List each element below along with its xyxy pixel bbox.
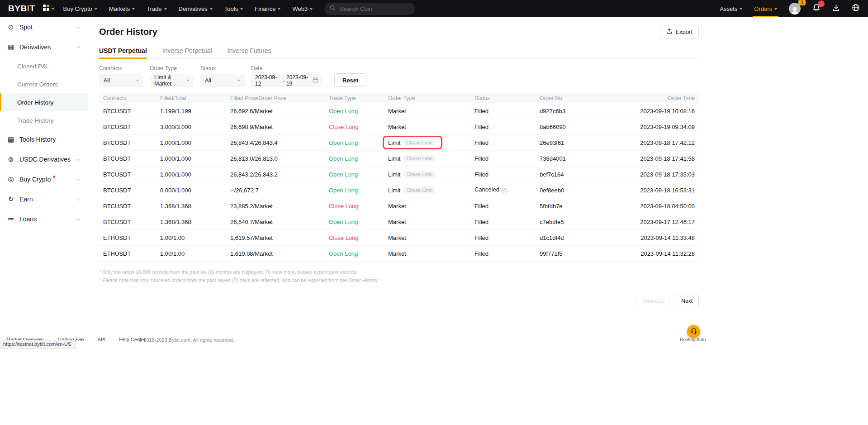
- table-row[interactable]: BTCUSDT 3.000/3.000 26,698.9/Market Clos…: [99, 119, 699, 135]
- table-footnotes: * Only the latest 10,000 records from th…: [99, 269, 712, 283]
- chevron-down-icon: [52, 8, 54, 10]
- coin-search[interactable]: [324, 3, 415, 15]
- tab[interactable]: Inverse Futures: [228, 47, 271, 58]
- footer-link[interactable]: API: [97, 337, 105, 342]
- sidebar-item[interactable]: ↻ Earn: [0, 189, 88, 209]
- nav-menu-item[interactable]: Markets: [109, 5, 135, 12]
- order-no-cell: 99f771f5: [536, 250, 631, 257]
- canceled-info-icon[interactable]: ?: [502, 188, 508, 194]
- search-input[interactable]: [339, 5, 409, 13]
- nav-menu-item[interactable]: Tools: [224, 5, 243, 12]
- order-time-cell: 2023-09-14 11:33:48: [631, 234, 699, 241]
- order-time-cell: 2023-09-18 17:41:58: [631, 155, 699, 162]
- status-cell: Filled?: [470, 124, 536, 130]
- order-type-highlight-box: Limit Chase Limit: [388, 171, 436, 178]
- date-from: 2023-09-12: [255, 74, 281, 87]
- order-no-cell: 5fbfdb7e: [536, 203, 631, 210]
- table-row[interactable]: BTCUSDT 1.368/1.368 23,885.2/Market Clos…: [99, 198, 699, 214]
- sidebar-item-label: Buy Crypto: [19, 176, 51, 183]
- orders-menu[interactable]: Orders: [754, 0, 777, 17]
- sidebar-item[interactable]: ⊙ Spot: [0, 17, 88, 37]
- table-header-cell: Contracts: [99, 95, 156, 101]
- sidebar-item[interactable]: Current Orders: [0, 75, 88, 93]
- order-type-highlight-box: Market: [388, 124, 406, 130]
- assets-menu[interactable]: Assets: [720, 5, 742, 12]
- previous-page-button[interactable]: Previous: [636, 295, 670, 307]
- date-range-picker[interactable]: 2023-09-12 → 2023-09-19: [251, 74, 323, 87]
- order-time-cell: 2023-09-19 10:08:16: [631, 108, 699, 115]
- table-row[interactable]: BTCUSDT 1.000/1.000 26,843.4/26,843.4 Op…: [99, 135, 699, 151]
- nav-menu-item[interactable]: Trade: [147, 5, 166, 12]
- status-cell: Filled?: [470, 155, 536, 162]
- language-button[interactable]: [852, 4, 860, 14]
- table-row[interactable]: ETHUSDT 1.00/1.00 1,619.57/Market Close …: [99, 230, 699, 246]
- nav-menu-item[interactable]: Buy Crypto: [63, 5, 97, 12]
- table-header-cell: Order No.: [536, 95, 631, 101]
- table-header-cell: Filled Price/Order Price: [226, 95, 325, 101]
- table-row[interactable]: ETHUSDT 1.00/1.00 1,619.08/Market Open L…: [99, 246, 699, 262]
- account-avatar[interactable]: 1: [789, 3, 801, 14]
- sidebar-item[interactable]: Order History: [0, 93, 88, 111]
- sidebar-item[interactable]: ⊚ USDC Derivatives: [0, 149, 88, 169]
- order-type-select[interactable]: Limit & Market: [150, 74, 194, 87]
- status-cell: Canceled?: [470, 186, 536, 194]
- order-no-cell: 0ef8eeb0: [536, 187, 631, 194]
- contract-cell: BTCUSDT: [99, 171, 156, 178]
- contract-cell: BTCUSDT: [99, 155, 156, 162]
- order-type-cell: Market: [384, 250, 470, 257]
- trade-type-cell: Open Long: [325, 187, 384, 194]
- table-row[interactable]: BTCUSDT 1.000/1.000 26,843.2/26,843.2 Op…: [99, 167, 699, 182]
- reset-button[interactable]: Reset: [334, 73, 366, 87]
- order-type-cell: Limit Chase Limit: [384, 186, 470, 194]
- chevron-icon: [76, 196, 80, 200]
- nav-menu-item[interactable]: Derivatives: [179, 5, 213, 12]
- chase-limit-badge: Chase Limit: [403, 171, 435, 178]
- table-row[interactable]: BTCUSDT 1.199/1.199 26,692.6/Market Open…: [99, 103, 699, 119]
- status-cell: Filled?: [470, 203, 536, 210]
- footer-link[interactable]: Help Center: [119, 337, 146, 342]
- status-cell: Filled?: [470, 171, 536, 178]
- globe-icon: [852, 4, 860, 14]
- table-row[interactable]: BTCUSDT 0.000/1.000 --/26,672.7 Open Lon…: [99, 182, 699, 198]
- apps-grid-button[interactable]: [43, 4, 54, 13]
- notifications-button[interactable]: …: [812, 4, 821, 14]
- order-no-cell: 736d4001: [536, 155, 631, 162]
- tab[interactable]: USDT Perpetual: [99, 47, 147, 58]
- sidebar-item[interactable]: ≔ Loans: [0, 209, 88, 229]
- chevron-icon: [76, 177, 80, 180]
- bybit-logo[interactable]: BYBIT: [8, 4, 35, 14]
- status-select[interactable]: All: [200, 74, 245, 87]
- nav-menu-item[interactable]: Finance: [255, 5, 280, 12]
- order-time-cell: 2023-09-18 17:42:12: [631, 139, 699, 146]
- next-page-button[interactable]: Next: [675, 295, 699, 307]
- support-chat-button[interactable]: [687, 325, 700, 338]
- sidebar-item-icon: ⊚: [7, 155, 15, 163]
- order-no-cell: 8ab66090: [536, 124, 631, 130]
- footnote: * Only the latest 10,000 records from th…: [99, 269, 712, 275]
- contracts-select[interactable]: All: [99, 74, 143, 87]
- sidebar-item[interactable]: ◎ Buy Crypto: [0, 169, 88, 189]
- chevron-down-icon: [187, 80, 190, 81]
- search-icon: [330, 5, 336, 13]
- download-app-button[interactable]: [832, 4, 840, 14]
- price-cell: 26,843.2/26,843.2: [226, 171, 325, 178]
- nav-menu-item[interactable]: Web3: [292, 5, 313, 12]
- sidebar-item[interactable]: Closed P&L: [0, 57, 88, 75]
- export-button[interactable]: Export: [660, 25, 699, 38]
- tab[interactable]: Inverse Perpetual: [162, 47, 212, 58]
- order-no-cell: d927c6b3: [536, 108, 631, 115]
- market-tabs: USDT Perpetual Inverse Perpetual Inverse…: [99, 47, 699, 59]
- arrow-right-icon: →: [281, 78, 286, 83]
- sidebar-item[interactable]: ▤ Tools History: [0, 129, 88, 149]
- sidebar-item-label: Closed P&L: [17, 63, 49, 70]
- calendar-icon: [313, 77, 318, 84]
- sidebar-item[interactable]: Trade History: [0, 111, 88, 129]
- order-type-filter-label: Order Type: [150, 65, 194, 72]
- chevron-down-icon: [240, 8, 243, 10]
- table-row[interactable]: BTCUSDT 1.368/1.368 26,540.7/Market Open…: [99, 214, 699, 230]
- table-header-cell: Order Type: [384, 95, 470, 101]
- status-cell: Filled?: [470, 108, 536, 115]
- sidebar-item[interactable]: ▦ Derivatives: [0, 37, 88, 57]
- order-history-table: Contracts Filled/Total Filled Price/Orde…: [99, 93, 699, 262]
- table-row[interactable]: BTCUSDT 1.000/1.000 26,813.0/26,813.0 Op…: [99, 151, 699, 167]
